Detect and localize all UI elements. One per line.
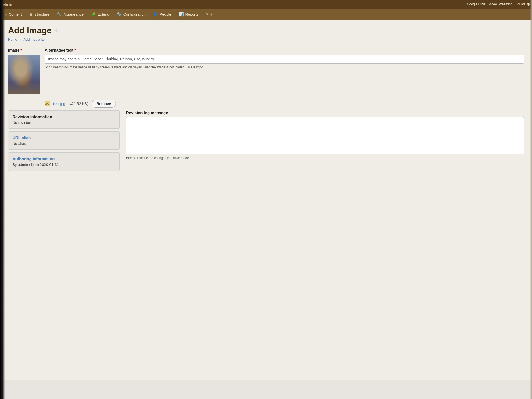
extend-icon: 🧩 xyxy=(91,12,96,17)
image-field-label: Image * xyxy=(8,48,40,52)
remove-button[interactable]: Remove xyxy=(92,100,116,108)
image-required-star: * xyxy=(20,48,22,52)
url-alias-value: No alias xyxy=(13,142,115,146)
revision-info-box: Revision information No revision xyxy=(8,110,120,129)
nav-item-content[interactable]: ≡ Content xyxy=(1,11,26,18)
nav-label-structure: Structure xyxy=(34,12,49,16)
authoring-info-box: Authoring information By admin (1) on 20… xyxy=(8,152,120,171)
combined-row: Revision information No revision URL ali… xyxy=(8,110,524,171)
file-info-row: JPG test.jpg (421.52 KB) Remove xyxy=(45,100,524,108)
help-icon: ? xyxy=(206,12,208,17)
file-type-icon: JPG xyxy=(45,101,50,106)
url-alias-link[interactable]: URL alias xyxy=(13,135,115,140)
nav-label-people: People xyxy=(160,12,171,16)
breadcrumb-current-link[interactable]: Add media item xyxy=(23,38,47,41)
nav-item-structure[interactable]: ⊞ Structure xyxy=(26,10,53,18)
file-size-text: (421.52 KB) xyxy=(68,102,88,106)
nav-item-reports[interactable]: 📊 Reports xyxy=(175,10,202,18)
content-icon: ≡ xyxy=(5,12,7,17)
alt-text-label-text: Alternative text xyxy=(45,48,73,52)
nav-label-appearance: Appearance xyxy=(64,12,84,16)
authoring-info-value: By admin (1) on 2020-01-31 xyxy=(13,163,115,167)
squad-op-bookmark[interactable]: Squad Op xyxy=(516,2,530,6)
revision-log-hint: Briefly describe the changes you have ma… xyxy=(126,156,524,160)
revision-log-label: Revision log message xyxy=(126,110,524,115)
nav-item-people[interactable]: 👤 People xyxy=(149,10,175,18)
nav-label-help: H xyxy=(210,12,212,16)
revision-log-section: Revision log message Briefly describe th… xyxy=(126,110,524,160)
reports-icon: 📊 xyxy=(179,12,184,17)
breadcrumb: Home » Add media item xyxy=(8,38,524,41)
admin-bar: admin Google Drive Video Streaming Squad… xyxy=(0,0,532,9)
image-preview-box xyxy=(8,55,40,94)
image-field-container: Image * Alternative text * Short descrip… xyxy=(8,48,524,94)
structure-icon: ⊞ xyxy=(29,12,33,17)
nav-label-content: Content xyxy=(9,12,22,16)
google-drive-bookmark[interactable]: Google Drive xyxy=(467,2,485,6)
configuration-icon: 🔩 xyxy=(117,12,122,17)
nav-label-extend: Extend xyxy=(98,12,109,16)
admin-username[interactable]: admin xyxy=(2,2,12,6)
url-alias-box: URL alias No alias xyxy=(8,131,120,150)
image-label-text: Image xyxy=(8,48,19,52)
alt-text-section: Alternative text * Short description of … xyxy=(45,48,524,70)
nav-bar: ≡ Content ⊞ Structure 🔧 Appearance 🧩 Ext… xyxy=(0,9,532,20)
nav-item-configuration[interactable]: 🔩 Configuration xyxy=(113,10,149,18)
alt-text-label: Alternative text * xyxy=(45,48,524,52)
alt-text-input[interactable] xyxy=(45,55,524,64)
nav-label-reports: Reports xyxy=(185,12,198,16)
page-title-row: Add Image ☆ xyxy=(8,26,524,35)
combined-left: Revision information No revision URL ali… xyxy=(8,110,120,171)
page-wrapper: Add Image ☆ Home » Add media item Image … xyxy=(0,20,532,380)
revision-log-textarea[interactable] xyxy=(126,117,524,154)
alt-text-hint: Short description of the image used by s… xyxy=(45,65,524,70)
breadcrumb-separator: » xyxy=(19,38,21,41)
nav-item-appearance[interactable]: 🔧 Appearance xyxy=(53,10,88,18)
alt-text-required-star: * xyxy=(74,48,76,52)
appearance-icon: 🔧 xyxy=(57,12,62,17)
file-name-link[interactable]: test.jpg xyxy=(53,102,65,106)
image-preview-inner xyxy=(8,55,40,94)
breadcrumb-home-link[interactable]: Home xyxy=(8,38,17,41)
nav-label-configuration: Configuration xyxy=(123,12,146,16)
admin-bar-left: admin xyxy=(2,2,12,6)
page-title: Add Image xyxy=(8,26,52,35)
revision-info-value: No revision xyxy=(13,120,115,125)
people-icon: 👤 xyxy=(153,12,158,17)
video-streaming-bookmark[interactable]: Video Streaming xyxy=(489,2,512,6)
nav-item-help[interactable]: ? H xyxy=(202,11,216,18)
image-left-section: Image * xyxy=(8,48,40,94)
authoring-info-link[interactable]: Authoring information xyxy=(13,156,115,161)
revision-info-title: Revision information xyxy=(13,114,115,119)
file-icon-label: JPG xyxy=(45,102,50,105)
favorite-star-icon[interactable]: ☆ xyxy=(54,27,60,34)
nav-item-extend[interactable]: 🧩 Extend xyxy=(87,10,113,18)
